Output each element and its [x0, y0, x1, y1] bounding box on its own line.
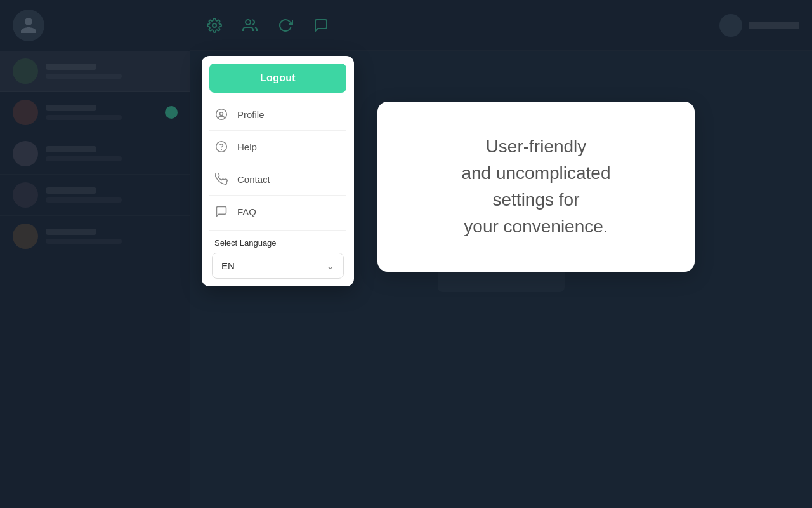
item-content — [46, 105, 157, 120]
item-content — [46, 64, 178, 79]
menu-item-profile[interactable]: Profile — [209, 98, 346, 130]
dropdown-menu: Logout Profile Help Contact — [202, 56, 354, 286]
language-section: Select Language EN ⌄ — [209, 230, 346, 279]
svg-point-3 — [216, 142, 227, 152]
svg-point-2 — [216, 109, 227, 120]
item-preview — [46, 115, 122, 120]
tooltip-text: User-friendlyand uncomplicatedsettings f… — [461, 133, 610, 240]
avatar[interactable] — [13, 10, 44, 41]
avatar — [13, 182, 38, 208]
language-label: Select Language — [209, 238, 346, 248]
logout-button[interactable]: Logout — [209, 64, 346, 93]
list-item[interactable] — [0, 216, 190, 257]
chat-icon[interactable] — [310, 14, 332, 37]
item-preview — [46, 239, 122, 244]
item-content — [46, 146, 178, 161]
language-select[interactable]: EN ⌄ — [212, 253, 344, 279]
language-value: EN — [221, 260, 235, 271]
top-nav — [190, 0, 812, 51]
sidebar — [0, 0, 190, 508]
menu-item-contact[interactable]: Contact — [209, 163, 346, 195]
list-item[interactable] — [0, 175, 190, 216]
menu-item-help[interactable]: Help — [209, 130, 346, 163]
sidebar-list — [0, 51, 190, 508]
list-item[interactable] — [0, 92, 190, 133]
sidebar-header — [0, 0, 190, 51]
list-item[interactable] — [0, 133, 190, 175]
avatar — [13, 141, 38, 166]
user-circle-icon — [214, 107, 228, 121]
group-icon[interactable] — [239, 14, 261, 37]
item-name — [46, 105, 96, 111]
avatar — [13, 100, 38, 125]
message-square-icon — [214, 204, 228, 218]
item-name — [46, 146, 96, 152]
item-preview — [46, 197, 122, 203]
item-name — [46, 229, 96, 235]
unread-badge — [165, 106, 178, 119]
list-item[interactable] — [0, 51, 190, 92]
refresh-icon[interactable] — [274, 14, 297, 37]
settings-icon[interactable] — [203, 14, 226, 37]
item-preview — [46, 74, 122, 79]
svg-point-0 — [213, 23, 216, 27]
menu-item-faq[interactable]: FAQ — [209, 195, 346, 227]
tooltip-card: User-friendlyand uncomplicatedsettings f… — [377, 102, 695, 272]
item-name — [46, 64, 96, 70]
svg-point-1 — [246, 20, 251, 25]
item-name — [46, 187, 96, 194]
item-content — [46, 229, 178, 244]
avatar — [13, 58, 38, 84]
username-blurred — [749, 22, 799, 29]
help-circle-icon — [214, 140, 228, 154]
phone-icon — [214, 172, 228, 186]
user-icon — [19, 16, 38, 35]
avatar — [13, 224, 38, 249]
user-info — [719, 14, 799, 37]
user-avatar-small — [719, 14, 742, 37]
item-content — [46, 187, 178, 203]
item-preview — [46, 156, 122, 161]
chevron-down-icon: ⌄ — [326, 260, 334, 272]
